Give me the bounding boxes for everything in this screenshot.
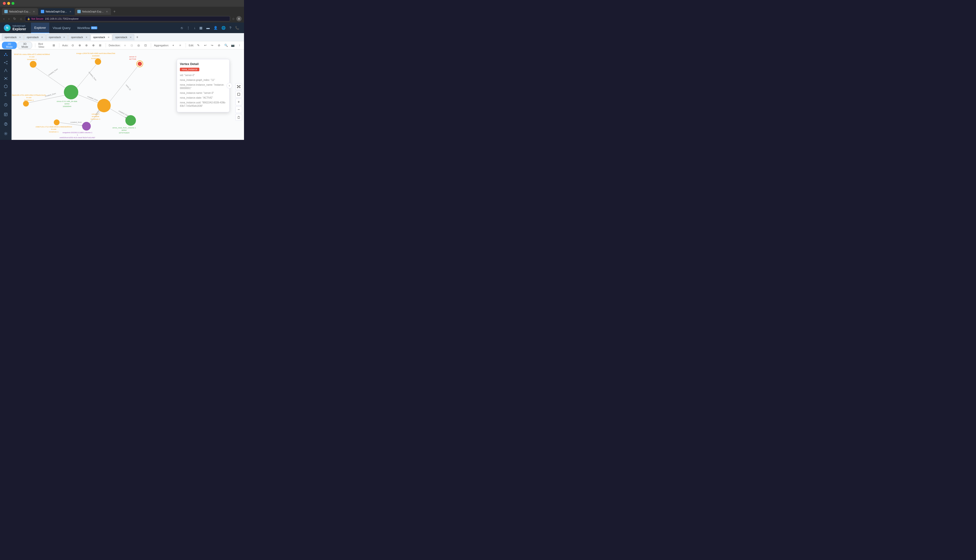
content-tab-5[interactable]: openstack ✕ xyxy=(90,34,112,40)
aggregation-icon-1[interactable]: ⌖ xyxy=(171,43,176,48)
edit-icon-2[interactable]: ↩ xyxy=(203,43,208,48)
node-volume-2[interactable] xyxy=(23,101,29,107)
camera-icon[interactable]: 📷 xyxy=(230,43,236,48)
mini-btn-frame[interactable] xyxy=(236,91,242,98)
svg-line-45 xyxy=(239,86,240,87)
user-icon[interactable]: 👤 xyxy=(212,25,219,31)
download-icon[interactable]: ↓ xyxy=(193,25,196,31)
node-label-7: c9db7c2e-c712-49d6-8019-14b82de8542din-u… xyxy=(35,126,72,133)
detection-icon-2[interactable]: □ xyxy=(129,43,134,48)
sidebar-icon-help[interactable] xyxy=(2,120,10,128)
zoom-out-button[interactable]: − xyxy=(236,106,242,113)
edit-icon-4[interactable]: ⊘ xyxy=(216,43,221,48)
node-volume-1[interactable] xyxy=(30,61,37,68)
vertex-prop-uuid-key: nova_instance.uuid: xyxy=(180,101,202,104)
node-nova-instance[interactable] xyxy=(137,61,143,67)
node-cirros-mod[interactable] xyxy=(125,115,136,126)
nav-refresh[interactable]: ↻ xyxy=(12,16,17,21)
browser-tab-1-close[interactable]: ✕ xyxy=(32,10,35,13)
aggregation-icon-2[interactable]: ⌗ xyxy=(178,43,183,48)
auto-icon-1[interactable]: ⊙ xyxy=(70,43,75,48)
import-icon[interactable]: ▦ xyxy=(198,25,204,31)
nav-forward[interactable]: › xyxy=(7,16,10,21)
bird-view-icon[interactable]: ⊞ xyxy=(52,43,57,48)
node-image-1[interactable] xyxy=(95,58,101,65)
vertex-collapse-button[interactable]: ‹ xyxy=(226,83,232,88)
sidebar-icon-path[interactable] xyxy=(2,68,10,74)
browser-tab-2-label: NebulaGraph Explorer xyxy=(46,10,67,13)
node-volume-main[interactable] xyxy=(97,99,111,112)
auto-icon-2[interactable]: ⊗ xyxy=(77,43,82,48)
svg-line-29 xyxy=(29,95,66,103)
auto-icon-4[interactable]: ⊕ xyxy=(91,43,96,48)
sidebar-icon-hexagon[interactable] xyxy=(2,83,10,89)
mode-3d-button[interactable]: 3D Mode xyxy=(17,42,32,49)
nav-home[interactable]: ⌂ xyxy=(19,16,23,21)
tree-icon[interactable]: ⋮ xyxy=(186,25,191,31)
bookmark-icon[interactable]: ☆ xyxy=(232,17,235,21)
zoom-in-button[interactable]: + xyxy=(236,98,242,105)
browser-tab-2-close[interactable]: ✕ xyxy=(69,10,72,13)
svg-point-21 xyxy=(5,125,6,125)
content-tab-2[interactable]: openstack ✕ xyxy=(24,34,46,40)
mini-btn-network[interactable] xyxy=(236,83,242,90)
phone-icon[interactable]: 📞 xyxy=(234,25,240,31)
content-tab-3[interactable]: openstack ✕ xyxy=(46,34,68,40)
svg-text:created_from: created_from xyxy=(88,71,97,81)
edit-icon-1[interactable]: ✎ xyxy=(196,43,201,48)
detection-icon-3[interactable]: ◎ xyxy=(136,43,141,48)
content-tab-4[interactable]: openstack ✕ xyxy=(68,34,90,40)
nav-item-explorer[interactable]: Explorer xyxy=(31,23,49,33)
sidebar-icon-cluster[interactable] xyxy=(2,75,10,81)
schema-icon[interactable]: ⎋ xyxy=(180,25,184,31)
logo-area: N NebulaGraph Explorer xyxy=(4,25,26,31)
auto-icon-5[interactable]: ⊞ xyxy=(98,43,103,48)
content-tab-6[interactable]: openstack ✕ xyxy=(113,34,134,40)
url-bar[interactable]: 🔒 Not Secure 192.168.8.131:7002/explorer xyxy=(25,16,230,22)
node-volume-3[interactable] xyxy=(54,120,60,125)
content-tab-5-close[interactable]: ✕ xyxy=(108,36,110,38)
content-tab-6-close[interactable]: ✕ xyxy=(130,36,132,38)
node-image-disk[interactable] xyxy=(64,85,78,99)
export-icon[interactable]: ↑ xyxy=(237,43,242,48)
nav-back[interactable]: ‹ xyxy=(2,16,5,21)
nav-item-visual-query[interactable]: Visual Query xyxy=(49,23,74,33)
mode-2d-button[interactable]: 2D Mode xyxy=(2,42,17,49)
browser-tab-1[interactable]: NebulaGraph Explorer ✕ xyxy=(2,8,38,15)
collapse-all-button[interactable] xyxy=(236,114,242,121)
browser-tab-2[interactable]: NebulaGraph Explorer ✕ xyxy=(38,8,74,15)
content-tab-3-close[interactable]: ✕ xyxy=(63,36,65,38)
content-tab-1[interactable]: openstack ✕ xyxy=(2,34,23,40)
sidebar-icon-settings[interactable] xyxy=(2,130,10,137)
sidebar-icon-share[interactable] xyxy=(2,60,10,66)
sidebar-icon-sigma[interactable] xyxy=(2,91,10,97)
content-tab-1-close[interactable]: ✕ xyxy=(19,36,21,38)
browser-tab-3[interactable]: NebulaGraph Explorer ✕ xyxy=(75,8,111,15)
svg-text:created_from: created_from xyxy=(48,68,58,76)
node-snapshot[interactable] xyxy=(82,122,91,130)
traffic-light-yellow[interactable] xyxy=(7,2,10,5)
new-tab-button[interactable]: + xyxy=(112,8,117,15)
detection-icon-1[interactable]: ○ xyxy=(122,43,127,48)
content-tab-4-close[interactable]: ✕ xyxy=(85,36,87,38)
content-tab-2-close[interactable]: ✕ xyxy=(41,36,43,38)
browser-tab-3-label: NebulaGraph Explorer xyxy=(82,10,104,13)
sidebar-icon-nodes[interactable] xyxy=(2,52,10,58)
traffic-light-green[interactable] xyxy=(12,2,14,5)
traffic-light-red[interactable] xyxy=(3,2,6,5)
layout-icon[interactable]: ▬ xyxy=(206,25,211,31)
edit-icon-3[interactable]: ↪ xyxy=(210,43,215,48)
sidebar-icon-table[interactable] xyxy=(2,111,10,118)
search-icon[interactable]: 🔍 xyxy=(223,43,229,48)
browser-tab-3-close[interactable]: ✕ xyxy=(105,10,109,13)
add-tab-button[interactable]: + xyxy=(135,35,140,39)
detection-icon-4[interactable]: ⊡ xyxy=(143,43,148,48)
help-icon[interactable]: ? xyxy=(228,25,232,31)
globe-icon[interactable]: 🌐 xyxy=(221,25,226,31)
nav-item-workflow[interactable]: Workflow Beta xyxy=(74,23,100,33)
sidebar-icon-history[interactable] xyxy=(2,101,10,109)
auto-icon-3[interactable]: ⊛ xyxy=(84,43,89,48)
account-icon[interactable]: A xyxy=(236,16,242,22)
node-label-5: cirros-0.5.2-x86_64-diskactive16300544 xyxy=(57,100,77,108)
url-text: 192.168.8.131:7002/explorer xyxy=(45,17,79,20)
